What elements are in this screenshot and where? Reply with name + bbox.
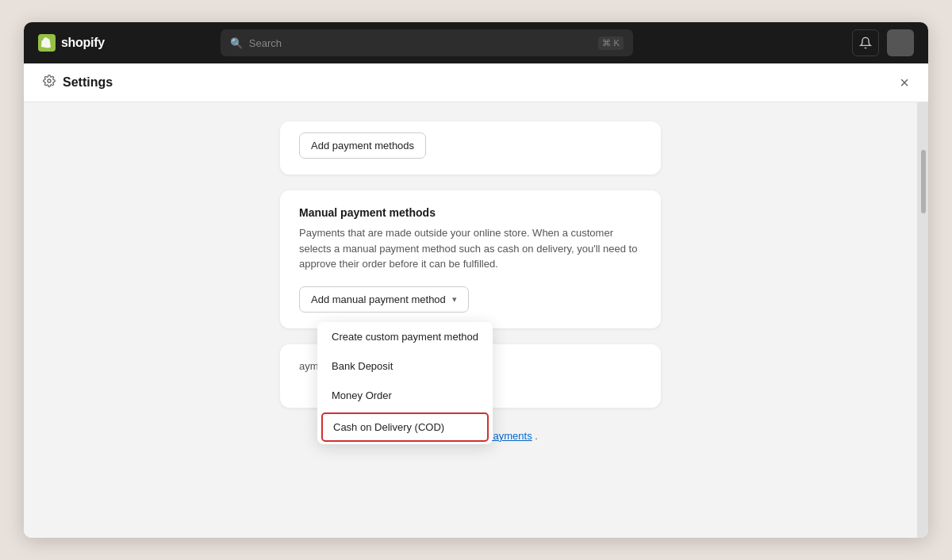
dropdown-item-cash-on-delivery[interactable]: Cash on Delivery (COD) — [321, 412, 489, 442]
user-avatar[interactable] — [887, 29, 914, 56]
payments-link[interactable]: payments — [487, 430, 532, 442]
browser-window: shopify 🔍 Search ⌘ K — [24, 22, 928, 538]
scrollbar-track — [917, 102, 928, 538]
scrollbar-thumb[interactable] — [921, 150, 926, 213]
shopify-logo: shopify — [38, 34, 105, 52]
dropdown-label: Add manual payment method — [311, 293, 446, 305]
dropdown-item-label: Bank Deposit — [332, 360, 393, 372]
search-placeholder: Search — [249, 37, 282, 49]
manual-payment-card: Manual payment methods Payments that are… — [280, 190, 661, 328]
manual-payment-desc: Payments that are made outside your onli… — [299, 225, 642, 272]
chevron-down-icon: ▾ — [452, 294, 457, 305]
learn-more-suffix: . — [535, 430, 538, 442]
close-button[interactable]: × — [900, 75, 909, 90]
dropdown-item-label: Cash on Delivery (COD) — [333, 421, 444, 433]
manual-payment-title: Manual payment methods — [299, 206, 642, 219]
search-bar[interactable]: 🔍 Search ⌘ K — [221, 29, 633, 56]
bell-button[interactable] — [852, 29, 879, 56]
dropdown-menu: Create custom payment method Bank Deposi… — [317, 322, 493, 444]
add-manual-payment-button[interactable]: Add manual payment method ▾ — [299, 286, 469, 313]
search-icon: 🔍 — [230, 37, 243, 49]
shopify-logo-text: shopify — [61, 36, 105, 50]
settings-header: Settings × — [24, 63, 928, 102]
gear-icon — [43, 75, 56, 90]
topbar-right — [852, 29, 914, 56]
settings-title-row: Settings — [43, 75, 113, 90]
svg-point-0 — [48, 79, 51, 82]
dropdown-item-create-custom[interactable]: Create custom payment method — [317, 322, 493, 351]
search-shortcut: ⌘ K — [598, 36, 623, 50]
dropdown-item-label: Create custom payment method — [332, 331, 478, 343]
settings-panel: Settings × Add payment methods Manual pa… — [24, 63, 928, 538]
main-area: Add payment methods Manual payment metho… — [24, 102, 917, 538]
settings-title: Settings — [63, 75, 113, 90]
dropdown-item-label: Money Order — [332, 389, 392, 401]
dropdown-item-money-order[interactable]: Money Order — [317, 381, 493, 410]
add-payment-card: Add payment methods — [280, 121, 661, 175]
add-payment-methods-button[interactable]: Add payment methods — [299, 132, 426, 159]
settings-content: Add payment methods Manual payment metho… — [24, 102, 928, 538]
topbar: shopify 🔍 Search ⌘ K — [24, 22, 928, 63]
dropdown-item-bank-deposit[interactable]: Bank Deposit — [317, 351, 493, 381]
add-payment-methods-label: Add payment methods — [311, 140, 414, 152]
shopify-logo-icon — [38, 34, 56, 52]
